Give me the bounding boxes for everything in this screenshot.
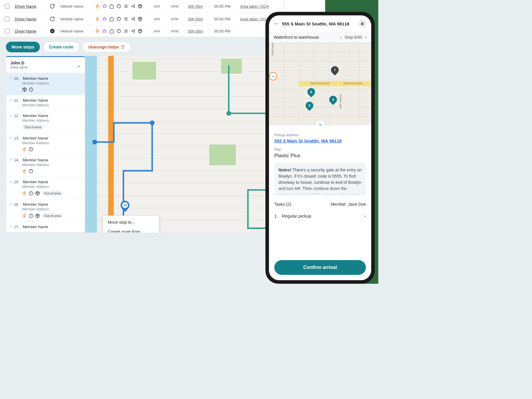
col-area[interactable]: Area label / OOA [240, 4, 275, 9]
stop-address: Member Address [22, 81, 81, 85]
stop-address: Member Address [22, 207, 81, 211]
avatar[interactable]: B [358, 20, 366, 28]
task-item[interactable]: 1. Regular pickup › [274, 209, 366, 223]
refresh-icon [50, 16, 55, 22]
chevron-down-icon[interactable]: ⌄ [77, 62, 81, 68]
tasks-label: Tasks (2) [274, 202, 291, 207]
current-location-icon: ← [269, 72, 277, 80]
drag-handle-icon[interactable]: ⠿ [10, 225, 12, 228]
driver-name-link[interactable]: Driver Name [15, 29, 44, 33]
stop-number: 13. [14, 136, 20, 140]
stop-item[interactable]: ⠿12.Member NameMember AddressOut-of-area [6, 111, 85, 133]
col-count: ### [154, 29, 166, 33]
alert-icon [116, 4, 121, 9]
chevron-right-icon: › [364, 213, 366, 218]
stop-item[interactable]: ⠿13.Member NameMember Address [6, 133, 85, 155]
drag-handle-icon[interactable]: ⠿ [10, 99, 12, 102]
back-arrow-icon[interactable]: ← [274, 21, 279, 27]
col-duration[interactable]: 00h 00m [188, 4, 209, 9]
sidebar-area-name: Area name [10, 65, 28, 69]
star-icon [102, 29, 107, 33]
drag-handle-icon[interactable]: ⠿ [10, 114, 12, 117]
context-menu: Move stop to... Create route from Unassi… [103, 215, 159, 233]
next-stop-icon[interactable]: › [365, 35, 366, 40]
stop-number: 11. [14, 98, 20, 103]
col-percent: ##% [171, 29, 183, 33]
col-duration[interactable]: 00h 00m [188, 29, 209, 33]
stop-member-name: Member Name [23, 113, 48, 118]
context-move-stop[interactable]: Move stop to... [103, 218, 159, 227]
street-label: East Pine Street [310, 82, 330, 85]
stop-item[interactable]: ⠿16.Member NameMember AddressOut-of-area [6, 199, 85, 222]
stop-member-name: Member Name [23, 136, 48, 140]
move-stops-button[interactable]: Move stops [6, 42, 40, 52]
context-create-route[interactable]: Create route from [103, 227, 159, 233]
stop-number: 10. [14, 76, 20, 81]
bolt-icon [22, 191, 27, 196]
street-label: 22nd Avenue [271, 43, 274, 56]
col-count: ### [154, 4, 166, 9]
stop-address: Member Address [22, 185, 81, 189]
stop-item[interactable]: ⠿17.Member Name [6, 222, 85, 232]
stop-item[interactable]: ⠿11.Member NameMember Address [6, 95, 85, 111]
vehicle-name: Vehicle name [60, 17, 90, 21]
stop-number: 12. [14, 113, 20, 118]
alert-icon [116, 17, 121, 21]
stop-item[interactable]: ⠿10.Member NameMember Address [6, 73, 85, 95]
stop-member-name: Member Name [23, 202, 48, 207]
bolt-icon [22, 169, 27, 173]
create-route-button[interactable]: Create route [43, 42, 79, 52]
driver-name-link[interactable]: Driver Name [15, 4, 44, 9]
driver-row[interactable]: Driver Name Vehicle name ### ##% 00h 00m… [0, 0, 378, 13]
driver-checkbox[interactable] [5, 17, 9, 21]
drag-handle-icon[interactable]: ⠿ [10, 158, 12, 162]
member-label: Member: Jane Doe [331, 202, 366, 207]
alert-icon [116, 29, 121, 33]
stop-address: Member Address [22, 103, 81, 107]
unassign-stops-button[interactable]: Unassign stops [82, 42, 130, 52]
package-icon [35, 191, 40, 196]
prev-stop-icon[interactable]: ‹ [340, 35, 342, 40]
stop-member-name: Member Name [23, 98, 48, 103]
driver-checkbox[interactable] [5, 4, 9, 9]
phone-address-title: 555 S Main St Seattle, WA 98118 [282, 21, 349, 26]
sidebar-driver-name: John D [10, 61, 28, 65]
driver-name-link[interactable]: Driver Name [15, 17, 44, 21]
confirm-arrival-button[interactable]: Confirm arrival [274, 260, 366, 275]
drag-handle-icon[interactable]: ⠿ [10, 137, 12, 140]
bolt-icon [95, 4, 100, 9]
plan-label: Plan [274, 147, 366, 152]
stop-member-name: Member Name [23, 158, 48, 162]
svg-point-9 [92, 140, 97, 145]
package-icon [22, 87, 27, 92]
more-menu-icon[interactable]: ⋮ [281, 3, 286, 9]
stop-address: Member Address [22, 119, 81, 123]
vehicle-name: Vehicle name [60, 4, 90, 9]
stop-number: 15. [14, 180, 20, 184]
bolt-icon [22, 213, 27, 218]
vehicle-name: Vehicle name [60, 29, 90, 33]
check-icon [50, 28, 55, 34]
pickup-address-link[interactable]: 555 S Main St Seattle, WA 98118 [274, 138, 366, 143]
col-duration[interactable]: 00h 00m [188, 17, 209, 21]
alert-icon [29, 169, 33, 173]
stop-item[interactable]: ⠿15.Member NameMember AddressOut-of-area [6, 177, 85, 199]
drag-handle-icon[interactable]: ⠿ [10, 203, 12, 206]
driver-checkbox[interactable] [5, 29, 9, 33]
sidebar-header[interactable]: John D Area name ⌄ [6, 56, 85, 73]
drag-handle-icon[interactable]: ⠿ [10, 180, 12, 184]
stop-number: 16. [14, 202, 20, 207]
map-pin-10[interactable]: 10 [121, 201, 129, 212]
exit-icon [131, 29, 135, 33]
stop-member-name: Member Name [23, 76, 48, 81]
ooa-badge: Out-of-area [42, 191, 63, 196]
package-icon [35, 213, 40, 218]
stop-item[interactable]: ⠿14.Member NameMember Address [6, 155, 85, 177]
alert-icon [29, 87, 33, 92]
ooa-badge: Out-of-area [42, 213, 63, 218]
street-label: 24th Avenue [339, 94, 342, 109]
package-icon [138, 29, 142, 33]
phone-map[interactable]: East Pine Street East Pine Street 22nd A… [269, 43, 371, 125]
drag-handle-icon[interactable]: ⠿ [10, 77, 12, 80]
svg-point-10 [150, 121, 155, 125]
